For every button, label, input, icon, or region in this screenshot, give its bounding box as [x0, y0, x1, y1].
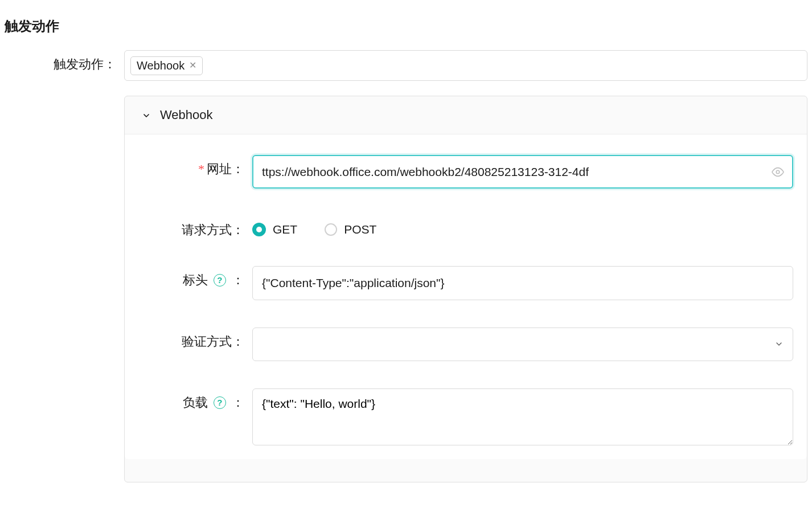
payload-label: 负载 ? ： [138, 388, 252, 411]
help-icon[interactable]: ? [214, 274, 226, 287]
payload-textarea-wrap [252, 388, 793, 448]
chevron-down-icon [142, 111, 150, 119]
url-input[interactable] [252, 155, 793, 189]
headers-input-wrap [252, 266, 793, 300]
method-radio-group: GET POST [252, 216, 376, 236]
url-label: *网址： [138, 155, 252, 178]
url-input-wrap [252, 155, 793, 189]
trigger-action-row: 触发动作： Webhook ✕ [0, 50, 812, 81]
payload-row: 负载 ? ： [138, 388, 793, 448]
headers-label: 标头 ? ： [138, 266, 252, 289]
panel-title: Webhook [160, 108, 213, 122]
method-label: 请求方式： [138, 216, 252, 239]
method-radio-get[interactable]: GET [252, 223, 297, 236]
close-icon[interactable]: ✕ [189, 61, 196, 70]
webhook-panel: Webhook *网址： 请求方式： GET [124, 96, 807, 482]
tag-label: Webhook [137, 59, 184, 72]
radio-checked-icon [252, 223, 266, 236]
radio-label-post: POST [344, 223, 376, 236]
method-radio-post[interactable]: POST [325, 223, 376, 236]
method-row: 请求方式： GET POST [138, 216, 793, 239]
eye-icon[interactable] [772, 166, 784, 178]
trigger-action-tag: Webhook ✕ [130, 56, 203, 75]
help-icon[interactable]: ? [214, 396, 226, 409]
url-row: *网址： [138, 155, 793, 189]
panel-body: *网址： 请求方式： GET POST [125, 134, 807, 459]
headers-row: 标头 ? ： [138, 266, 793, 300]
panel-header[interactable]: Webhook [125, 96, 807, 134]
auth-select[interactable] [252, 328, 793, 361]
svg-point-0 [776, 170, 780, 174]
trigger-action-label: 触发动作： [0, 50, 124, 73]
radio-unchecked-icon [325, 223, 337, 236]
auth-label: 验证方式： [138, 328, 252, 350]
chevron-down-icon [774, 336, 784, 353]
auth-row: 验证方式： [138, 328, 793, 361]
page-title: 触发动作 [0, 11, 812, 50]
required-mark: * [198, 162, 204, 176]
headers-input[interactable] [252, 266, 793, 300]
payload-textarea[interactable] [252, 388, 793, 445]
radio-label-get: GET [273, 223, 297, 236]
auth-select-wrap [252, 328, 793, 361]
trigger-action-select[interactable]: Webhook ✕ [124, 50, 807, 81]
